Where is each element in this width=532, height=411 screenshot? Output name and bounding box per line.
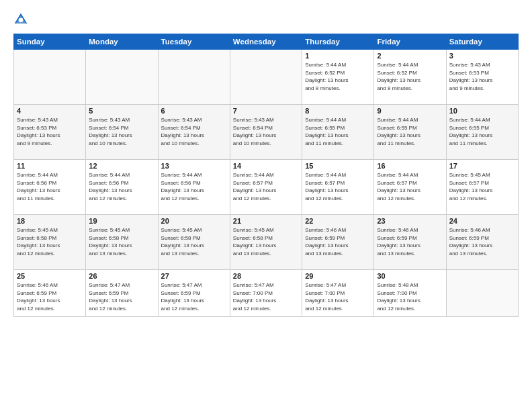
calendar-cell [158, 50, 230, 105]
day-number: 7 [233, 107, 299, 115]
calendar-cell: 23Sunrise: 5:46 AM Sunset: 6:59 PM Dayli… [374, 215, 446, 270]
day-info: Sunrise: 5:47 AM Sunset: 6:59 PM Dayligh… [161, 281, 227, 312]
day-info: Sunrise: 5:44 AM Sunset: 6:55 PM Dayligh… [305, 116, 371, 147]
day-info: Sunrise: 5:46 AM Sunset: 6:59 PM Dayligh… [17, 281, 83, 312]
day-info: Sunrise: 5:44 AM Sunset: 6:57 PM Dayligh… [305, 171, 371, 202]
calendar-cell: 22Sunrise: 5:46 AM Sunset: 6:59 PM Dayli… [302, 215, 374, 270]
day-info: Sunrise: 5:48 AM Sunset: 7:00 PM Dayligh… [377, 281, 443, 312]
calendar-page: SundayMondayTuesdayWednesdayThursdayFrid… [0, 0, 532, 411]
day-number: 12 [89, 162, 154, 170]
day-number: 11 [17, 162, 83, 170]
calendar-cell: 20Sunrise: 5:45 AM Sunset: 6:58 PM Dayli… [158, 215, 230, 270]
day-number: 2 [377, 52, 443, 60]
day-info: Sunrise: 5:44 AM Sunset: 6:56 PM Dayligh… [17, 171, 83, 202]
calendar-cell: 3Sunrise: 5:43 AM Sunset: 6:53 PM Daylig… [446, 50, 518, 105]
calendar-cell: 6Sunrise: 5:43 AM Sunset: 6:54 PM Daylig… [158, 105, 230, 160]
week-row-5: 25Sunrise: 5:46 AM Sunset: 6:59 PM Dayli… [14, 270, 519, 317]
calendar-cell: 4Sunrise: 5:43 AM Sunset: 6:53 PM Daylig… [14, 105, 86, 160]
day-number: 20 [161, 217, 227, 225]
calendar-cell: 28Sunrise: 5:47 AM Sunset: 7:00 PM Dayli… [230, 270, 302, 317]
day-info: Sunrise: 5:44 AM Sunset: 6:57 PM Dayligh… [233, 171, 299, 202]
calendar-cell: 24Sunrise: 5:46 AM Sunset: 6:59 PM Dayli… [446, 215, 518, 270]
day-info: Sunrise: 5:44 AM Sunset: 6:56 PM Dayligh… [161, 171, 227, 202]
day-number: 24 [449, 217, 515, 225]
weekday-header-row: SundayMondayTuesdayWednesdayThursdayFrid… [14, 34, 519, 50]
day-info: Sunrise: 5:45 AM Sunset: 6:58 PM Dayligh… [89, 226, 154, 257]
day-number: 15 [305, 162, 371, 170]
logo [13, 12, 31, 27]
day-number: 1 [305, 52, 371, 60]
day-info: Sunrise: 5:45 AM Sunset: 6:58 PM Dayligh… [233, 226, 299, 257]
calendar-cell: 18Sunrise: 5:45 AM Sunset: 6:58 PM Dayli… [14, 215, 86, 270]
day-number: 4 [17, 107, 83, 115]
day-info: Sunrise: 5:44 AM Sunset: 6:55 PM Dayligh… [377, 116, 443, 147]
day-number: 25 [17, 272, 83, 280]
day-info: Sunrise: 5:43 AM Sunset: 6:54 PM Dayligh… [233, 116, 299, 147]
day-number: 23 [377, 217, 443, 225]
day-number: 14 [233, 162, 299, 170]
svg-point-2 [19, 17, 24, 22]
day-info: Sunrise: 5:43 AM Sunset: 6:54 PM Dayligh… [161, 116, 227, 147]
calendar-cell: 8Sunrise: 5:44 AM Sunset: 6:55 PM Daylig… [302, 105, 374, 160]
calendar-cell [230, 50, 302, 105]
calendar-cell: 29Sunrise: 5:47 AM Sunset: 7:00 PM Dayli… [302, 270, 374, 317]
day-info: Sunrise: 5:46 AM Sunset: 6:59 PM Dayligh… [449, 226, 515, 257]
week-row-3: 11Sunrise: 5:44 AM Sunset: 6:56 PM Dayli… [14, 160, 519, 215]
calendar-cell: 14Sunrise: 5:44 AM Sunset: 6:57 PM Dayli… [230, 160, 302, 215]
logo-icon [13, 12, 28, 27]
day-number: 19 [89, 217, 154, 225]
day-number: 16 [377, 162, 443, 170]
header [13, 12, 519, 27]
day-info: Sunrise: 5:43 AM Sunset: 6:53 PM Dayligh… [17, 116, 83, 147]
day-number: 5 [89, 107, 154, 115]
calendar-cell: 5Sunrise: 5:43 AM Sunset: 6:54 PM Daylig… [86, 105, 158, 160]
calendar-cell: 16Sunrise: 5:44 AM Sunset: 6:57 PM Dayli… [374, 160, 446, 215]
calendar-cell [86, 50, 158, 105]
day-number: 27 [161, 272, 227, 280]
calendar-cell [14, 50, 86, 105]
day-number: 26 [89, 272, 154, 280]
calendar-cell: 17Sunrise: 5:45 AM Sunset: 6:57 PM Dayli… [446, 160, 518, 215]
day-info: Sunrise: 5:44 AM Sunset: 6:55 PM Dayligh… [449, 116, 515, 147]
calendar-cell: 30Sunrise: 5:48 AM Sunset: 7:00 PM Dayli… [374, 270, 446, 317]
day-number: 21 [233, 217, 299, 225]
calendar-cell: 1Sunrise: 5:44 AM Sunset: 6:52 PM Daylig… [302, 50, 374, 105]
weekday-header-thursday: Thursday [302, 34, 374, 50]
week-row-4: 18Sunrise: 5:45 AM Sunset: 6:58 PM Dayli… [14, 215, 519, 270]
calendar-cell: 10Sunrise: 5:44 AM Sunset: 6:55 PM Dayli… [446, 105, 518, 160]
day-number: 17 [449, 162, 515, 170]
weekday-header-friday: Friday [374, 34, 446, 50]
day-info: Sunrise: 5:45 AM Sunset: 6:58 PM Dayligh… [161, 226, 227, 257]
day-number: 13 [161, 162, 227, 170]
day-info: Sunrise: 5:45 AM Sunset: 6:58 PM Dayligh… [17, 226, 83, 257]
day-info: Sunrise: 5:47 AM Sunset: 7:00 PM Dayligh… [233, 281, 299, 312]
day-number: 6 [161, 107, 227, 115]
day-number: 3 [449, 52, 515, 60]
day-number: 9 [377, 107, 443, 115]
day-info: Sunrise: 5:44 AM Sunset: 6:57 PM Dayligh… [377, 171, 443, 202]
day-info: Sunrise: 5:44 AM Sunset: 6:56 PM Dayligh… [89, 171, 154, 202]
day-info: Sunrise: 5:44 AM Sunset: 6:52 PM Dayligh… [305, 61, 371, 92]
calendar-cell: 27Sunrise: 5:47 AM Sunset: 6:59 PM Dayli… [158, 270, 230, 317]
weekday-header-sunday: Sunday [14, 34, 86, 50]
calendar-cell: 21Sunrise: 5:45 AM Sunset: 6:58 PM Dayli… [230, 215, 302, 270]
calendar-cell: 26Sunrise: 5:47 AM Sunset: 6:59 PM Dayli… [86, 270, 158, 317]
calendar-cell: 2Sunrise: 5:44 AM Sunset: 6:52 PM Daylig… [374, 50, 446, 105]
weekday-header-tuesday: Tuesday [158, 34, 230, 50]
calendar-cell: 13Sunrise: 5:44 AM Sunset: 6:56 PM Dayli… [158, 160, 230, 215]
calendar-cell: 11Sunrise: 5:44 AM Sunset: 6:56 PM Dayli… [14, 160, 86, 215]
day-info: Sunrise: 5:45 AM Sunset: 6:57 PM Dayligh… [449, 171, 515, 202]
day-number: 8 [305, 107, 371, 115]
calendar-cell: 12Sunrise: 5:44 AM Sunset: 6:56 PM Dayli… [86, 160, 158, 215]
day-info: Sunrise: 5:43 AM Sunset: 6:54 PM Dayligh… [89, 116, 154, 147]
day-number: 30 [377, 272, 443, 280]
calendar-cell: 15Sunrise: 5:44 AM Sunset: 6:57 PM Dayli… [302, 160, 374, 215]
day-number: 22 [305, 217, 371, 225]
weekday-header-saturday: Saturday [446, 34, 518, 50]
day-number: 10 [449, 107, 515, 115]
calendar-cell: 7Sunrise: 5:43 AM Sunset: 6:54 PM Daylig… [230, 105, 302, 160]
week-row-1: 1Sunrise: 5:44 AM Sunset: 6:52 PM Daylig… [14, 50, 519, 105]
day-info: Sunrise: 5:46 AM Sunset: 6:59 PM Dayligh… [305, 226, 371, 257]
day-number: 18 [17, 217, 83, 225]
calendar-cell: 9Sunrise: 5:44 AM Sunset: 6:55 PM Daylig… [374, 105, 446, 160]
